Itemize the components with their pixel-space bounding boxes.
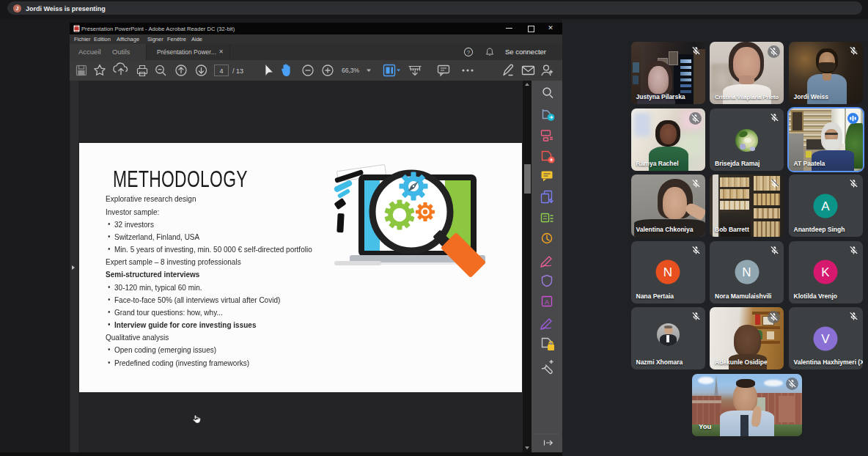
svg-text:4: 4 <box>219 67 223 75</box>
svg-text:A: A <box>545 298 549 306</box>
svg-text:66,3%: 66,3% <box>342 67 360 74</box>
svg-text:/ 13: / 13 <box>232 67 243 75</box>
svg-text:?: ? <box>467 49 471 56</box>
